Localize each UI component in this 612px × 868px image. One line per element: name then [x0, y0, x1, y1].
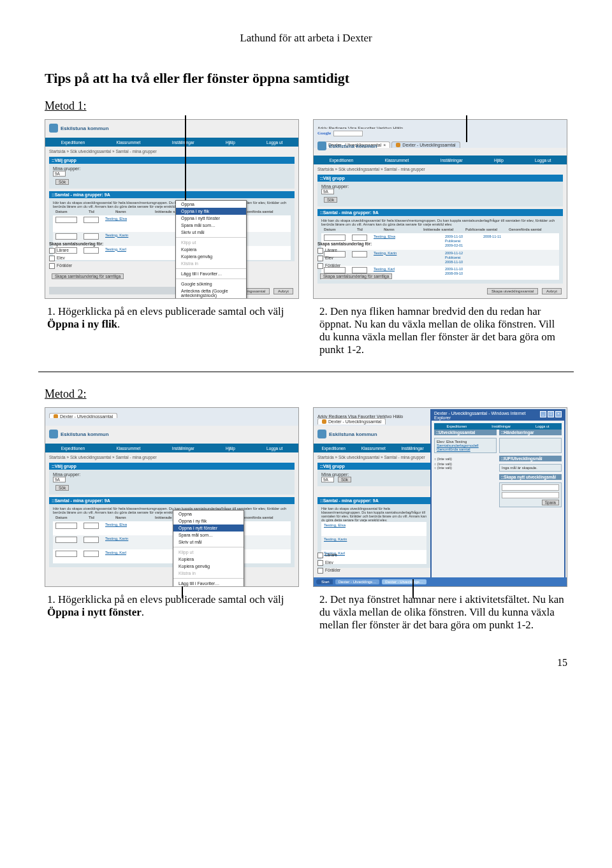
radio-option[interactable]: (Inte valt)	[437, 466, 452, 470]
label: Mina grupper:	[53, 472, 291, 477]
nav-item[interactable]: Inställningar	[402, 446, 424, 451]
context-menu[interactable]: Öppna Öppna i ny flik Öppna i nytt fönst…	[175, 200, 247, 299]
group-select[interactable]: 9A	[321, 189, 334, 194]
browser-tab[interactable]: Dexter - Utvecklingssamtal	[317, 418, 386, 424]
nav-item[interactable]: Inställningar	[441, 158, 463, 163]
chk-larare[interactable]: Lärare	[49, 248, 124, 254]
label: Inga mål är skapade.	[499, 464, 562, 472]
nav-item[interactable]: Logga ut	[266, 140, 282, 145]
col: Genomförda samtal	[240, 516, 277, 520]
col: Initierade samtal	[423, 228, 460, 232]
maximize-icon[interactable]: □	[548, 411, 554, 417]
ctx-item[interactable]: Lägg till i Favoriter…	[173, 580, 244, 587]
ctx-item[interactable]: Spara mål som…	[176, 222, 246, 229]
text-input[interactable]	[502, 492, 559, 498]
sok-button[interactable]: Sök	[324, 197, 337, 203]
nav-item[interactable]: Logga ut	[266, 446, 282, 451]
nav-item[interactable]: Expeditionen	[61, 446, 85, 451]
ctx-item[interactable]: Google sökning	[176, 280, 246, 287]
ie-titlebar[interactable]: Dexter - Utvecklingssamtal - Windows Int…	[432, 410, 564, 421]
nav-item[interactable]: Klassrummet	[116, 446, 140, 451]
skapa-all-button[interactable]: Skapa samtalsunderlag för samtliga	[52, 273, 124, 279]
ctx-item[interactable]: Öppna	[173, 510, 244, 517]
link[interactable]: Genomförda samtal	[437, 447, 494, 451]
start-button[interactable]: Start	[316, 579, 333, 584]
student-link[interactable]: Testing, Karl	[105, 551, 140, 554]
ctx-item[interactable]: Skriv ut mål	[176, 229, 246, 236]
ctx-item[interactable]: Öppna i nytt fönster	[176, 215, 246, 222]
ie-title-text: Dexter - Utvecklingssamtal - Windows Int…	[434, 411, 540, 420]
browser-tab-new[interactable]: Dexter - Utvecklingssamtal	[391, 141, 460, 148]
nav-item[interactable]: Inställningar	[492, 424, 511, 428]
nav-item[interactable]: Klassrummet	[116, 140, 140, 145]
ctx-item[interactable]: Öppna	[176, 201, 246, 208]
ctx-item[interactable]: Kopiera	[176, 246, 246, 253]
ctx-item[interactable]: Kopiera genväg	[173, 563, 244, 570]
radio-option[interactable]: (Inte valt)	[437, 457, 452, 461]
nav-item[interactable]: Klassrummet	[361, 446, 386, 451]
nav-item[interactable]: Logga ut	[535, 158, 551, 163]
ctx-item[interactable]: Öppna i ny flik	[173, 517, 244, 524]
taskbar-item-new[interactable]: Dexter - Utvecklings…	[382, 579, 426, 584]
label: Mina grupper:	[321, 184, 559, 189]
chk-larare[interactable]: Lärare	[317, 248, 392, 254]
group-select[interactable]: 9A	[321, 477, 334, 482]
student-link[interactable]: Testing, Karin	[105, 537, 140, 540]
close-icon[interactable]: ×	[555, 411, 562, 417]
skapa-button[interactable]: Skapa utvecklingssamtal	[487, 288, 538, 294]
close-icon[interactable]: ×	[383, 143, 386, 147]
ctx-item-open-new-window[interactable]: Öppna i nytt fönster	[173, 524, 244, 532]
nav-item[interactable]: Hjälp	[494, 158, 504, 163]
nav-item[interactable]: Hjälp	[226, 140, 235, 145]
taskbar-item[interactable]: Dexter - Utvecklings…	[335, 579, 380, 584]
student-link[interactable]: Testing, Elsa	[374, 235, 408, 238]
sok-button[interactable]: Sök	[55, 485, 69, 491]
ctx-item[interactable]: Spara mål som…	[173, 532, 244, 539]
ctx-item[interactable]: Kopiera genväg	[176, 253, 246, 260]
nav-item[interactable]: Klassrummet	[384, 158, 409, 163]
nav-item[interactable]: Expeditionen	[330, 158, 354, 163]
text-input[interactable]	[502, 484, 559, 491]
group-select[interactable]: 9A	[53, 477, 66, 482]
student-link[interactable]: Testing, Elsa	[105, 217, 140, 221]
student-link[interactable]: Testing, Elsa	[324, 523, 358, 527]
chk-foralder[interactable]: Förälder	[317, 568, 340, 574]
student-link[interactable]: Testing, Karin	[324, 537, 358, 541]
nav-item[interactable]: Expeditionen	[321, 446, 346, 451]
nav-item[interactable]: Logga ut	[536, 424, 549, 428]
label: Skapa samtalsunderlag för:	[49, 242, 124, 246]
nav-item[interactable]: Inställningar	[172, 140, 194, 145]
nav-item[interactable]: Hjälp	[226, 446, 235, 451]
chk-foralder[interactable]: Förälder	[317, 263, 392, 269]
ctx-item[interactable]: Anteckna detta (Google anteckningsblock)	[176, 287, 246, 299]
chk-elev[interactable]: Elev	[49, 256, 124, 261]
avbryt-button[interactable]: Avbryt	[273, 288, 293, 294]
minimize-icon[interactable]: _	[540, 411, 546, 417]
ctx-item[interactable]: Skriv ut mål	[173, 539, 244, 546]
student-link[interactable]: Testing, Elsa	[105, 523, 140, 526]
ctx-item-open-new-tab[interactable]: Öppna i ny flik	[176, 208, 246, 215]
nav-item[interactable]: Expeditionen	[447, 424, 467, 428]
create-checkbox-group: Skapa samtalsunderlag för: Lärare Elev F…	[49, 242, 124, 279]
col: Datum	[324, 228, 352, 232]
chk-elev[interactable]: Elev	[317, 256, 392, 261]
chk-foralder[interactable]: Förälder	[49, 263, 124, 269]
group-select[interactable]: 9A	[53, 171, 66, 177]
nav-item[interactable]: Expeditionen	[61, 140, 85, 145]
nav-item[interactable]: Inställningar	[172, 446, 194, 451]
context-menu[interactable]: Öppna Öppna i ny flik Öppna i nytt fönst…	[173, 510, 244, 587]
student-link[interactable]: Testing, Karin	[105, 233, 140, 237]
sok-button[interactable]: Sök	[55, 179, 69, 185]
chk-larare[interactable]: Lärare	[317, 553, 340, 558]
avbryt-button[interactable]: Avbryt	[542, 288, 562, 294]
chk-elev[interactable]: Elev	[317, 560, 340, 566]
ctx-item[interactable]: Lägg till i Favoriter…	[176, 270, 246, 277]
taskbar[interactable]: Start Dexter - Utvecklings… Dexter - Utv…	[314, 577, 567, 586]
screenshot-m1-right: Arkiv Redigera Visa Favoriter Verktyg Hj…	[313, 119, 567, 299]
spara-button[interactable]: Spara	[542, 500, 559, 505]
sok-button[interactable]: Sök	[338, 477, 351, 482]
ctx-item[interactable]: Kopiera	[173, 556, 244, 563]
ie-popup-window[interactable]: Dexter - Utvecklingssamtal - Windows Int…	[430, 409, 565, 581]
google-search-input[interactable]	[333, 131, 363, 136]
skapa-all-button[interactable]: Skapa samtalsunderlag för samtliga	[320, 273, 392, 279]
